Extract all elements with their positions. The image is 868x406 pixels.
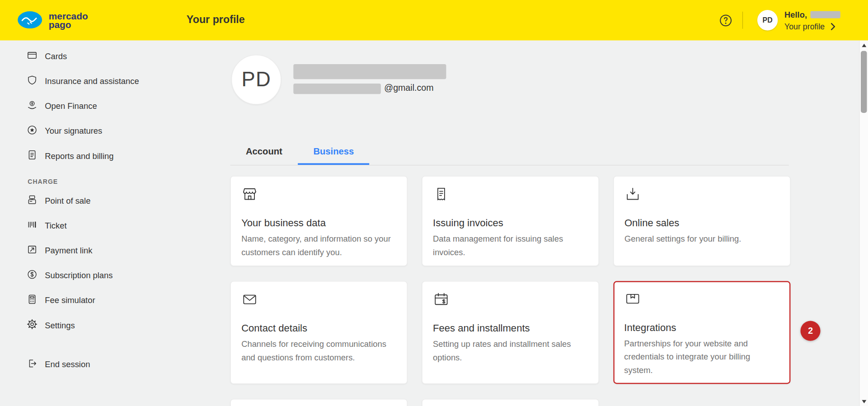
card-partial-left[interactable] xyxy=(230,399,408,406)
tab-account[interactable]: Account xyxy=(230,142,298,165)
profile-avatar: PD xyxy=(231,55,281,104)
card-integrations[interactable]: Integrations Partnerships for your websi… xyxy=(613,281,790,384)
download-tray-icon xyxy=(624,186,779,203)
card-title: Your business data xyxy=(241,217,396,229)
step-badge: 2 xyxy=(801,321,821,341)
scroll-up-arrow-icon[interactable] xyxy=(860,40,868,50)
top-bar: mercado pago Your profile PD Hello, Your… xyxy=(0,0,868,40)
card-online-sales[interactable]: Online sales General settings for your b… xyxy=(613,176,790,266)
sidebar-item-fee-simulator[interactable]: Fee simulator xyxy=(0,288,217,313)
card-title: Online sales xyxy=(624,217,779,229)
gear-icon xyxy=(27,319,38,331)
greeting-text: Hello, xyxy=(784,10,807,19)
card-partial-middle[interactable] xyxy=(422,399,599,406)
mercadopago-logo[interactable]: mercado pago xyxy=(17,10,88,32)
calendar-dollar-icon xyxy=(433,291,588,308)
pos-icon xyxy=(27,194,38,207)
mail-icon xyxy=(241,291,396,308)
sidebar-item-open-finance[interactable]: Open Finance xyxy=(0,93,217,118)
card-description: Name, category, and information so your … xyxy=(241,233,396,259)
card-description: General settings for your billing. xyxy=(624,233,779,246)
avatar-initials: PD xyxy=(763,16,773,24)
avatar[interactable]: PD xyxy=(757,10,778,30)
sidebar-item-insurance[interactable]: Insurance and assistance xyxy=(0,69,217,93)
sidebar-item-payment-link[interactable]: Payment link xyxy=(0,238,217,263)
card-description: Partnerships for your website and creden… xyxy=(624,337,779,377)
payment-link-icon xyxy=(27,244,38,257)
integrations-icon xyxy=(624,290,779,307)
invoice-icon xyxy=(433,186,588,203)
vertical-scrollbar xyxy=(859,40,868,406)
card-description: Channels for receiving communications an… xyxy=(241,337,396,364)
page: mercado pago Your profile PD Hello, Your… xyxy=(0,0,868,406)
user-menu[interactable]: Hello, Your profile xyxy=(784,9,840,32)
card-title: Fees and installments xyxy=(433,322,588,334)
redacted-full-name xyxy=(293,64,446,79)
sidebar-item-signatures[interactable]: Your signatures xyxy=(0,118,217,143)
barcode-icon xyxy=(27,219,38,232)
card-title: Integrations xyxy=(624,322,779,334)
card-title: Contact details xyxy=(241,322,396,334)
sidebar-item-point-of-sale[interactable]: Point of sale xyxy=(0,188,217,213)
tab-business[interactable]: Business xyxy=(298,142,370,165)
sidebar-item-end-session[interactable]: End session xyxy=(0,352,217,377)
sidebar-item-ticket[interactable]: Ticket xyxy=(0,213,217,238)
tabs-divider xyxy=(230,165,789,165)
card-description: Data management for issuing sales invoic… xyxy=(433,233,588,259)
page-title: Your profile xyxy=(187,14,245,26)
shield-icon xyxy=(27,75,38,87)
calculator-icon xyxy=(27,294,38,307)
sidebar-item-settings[interactable]: Settings xyxy=(0,313,217,337)
sidebar-item-reports[interactable]: Reports and billing xyxy=(0,143,217,168)
profile-initials: PD xyxy=(242,68,271,91)
card-contact-details[interactable]: Contact details Channels for receiving c… xyxy=(230,281,408,384)
profile-tabs: Account Business xyxy=(230,142,370,165)
email-domain: @gmail.com xyxy=(384,83,433,93)
handshake-icon xyxy=(17,10,43,32)
report-icon xyxy=(27,149,38,162)
help-icon[interactable] xyxy=(718,13,733,28)
logo-wordmark: mercado pago xyxy=(49,12,88,30)
logout-icon xyxy=(27,358,38,371)
card-description: Setting up rates and installment sales o… xyxy=(433,337,588,364)
scroll-down-arrow-icon[interactable] xyxy=(860,397,868,406)
settings-card-grid: Your business data Name, category, and i… xyxy=(230,176,791,406)
coin-hand-icon xyxy=(27,100,38,112)
chevron-right-icon xyxy=(830,23,835,30)
card-title: Issuing invoices xyxy=(433,217,588,229)
star-badge-icon xyxy=(27,125,38,137)
card-fees-and-installments[interactable]: Fees and installments Setting up rates a… xyxy=(422,281,599,384)
redacted-username xyxy=(810,11,840,19)
scrollbar-thumb[interactable] xyxy=(861,51,867,113)
redacted-email-local-part xyxy=(293,84,381,94)
header-divider xyxy=(742,12,743,29)
sidebar-item-cards[interactable]: Cards xyxy=(0,44,217,69)
subscription-icon xyxy=(27,269,38,281)
your-profile-link: Your profile xyxy=(784,22,825,31)
sidebar-section-charge: CHARGE xyxy=(0,168,217,188)
card-your-business-data[interactable]: Your business data Name, category, and i… xyxy=(230,176,408,266)
card-issuing-invoices[interactable]: Issuing invoices Data management for iss… xyxy=(422,176,599,266)
store-icon xyxy=(241,186,396,203)
sidebar: Cards Insurance and assistance Open Fina… xyxy=(0,40,217,406)
sidebar-item-subscription-plans[interactable]: Subscription plans xyxy=(0,263,217,288)
card-icon xyxy=(27,50,38,62)
